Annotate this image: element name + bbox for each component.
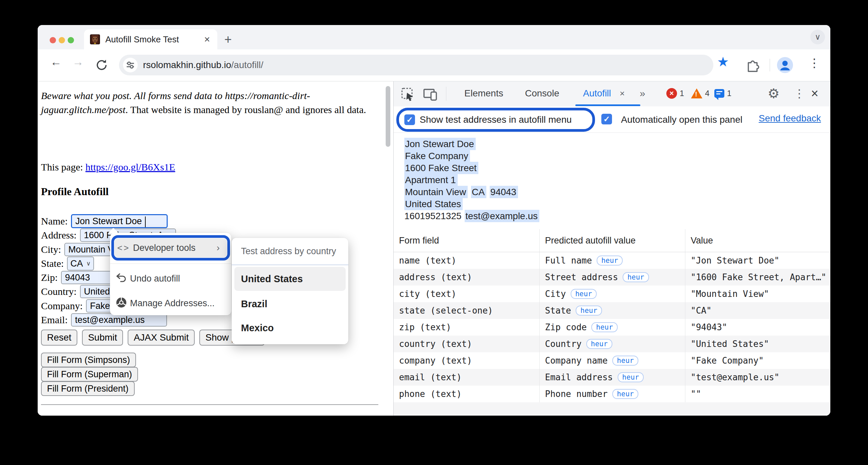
devtools-settings-gear-icon[interactable]: ⚙ xyxy=(768,81,780,106)
submenu-arrow-icon: › xyxy=(217,242,220,253)
cell-value: "" xyxy=(685,386,830,402)
table-row[interactable]: address (text) Street addressheur "1600 … xyxy=(394,269,830,286)
traffic-light-close[interactable] xyxy=(50,37,56,43)
new-tab-button[interactable]: + xyxy=(224,33,232,46)
cell-value: "United States" xyxy=(685,336,830,352)
menu-item-manage-addresses[interactable]: Manage Addresses... xyxy=(110,291,231,316)
page-scrollbar[interactable] xyxy=(383,81,393,416)
table-row[interactable]: country (text) Countryheur "United State… xyxy=(394,336,830,352)
table-row[interactable]: city (text) Cityheur "Mountain View" xyxy=(394,286,830,302)
ajax-submit-button[interactable]: AJAX Submit xyxy=(128,329,195,346)
devtools-close-icon[interactable]: × xyxy=(811,81,818,106)
page-scrollbar-thumb[interactable] xyxy=(386,86,390,147)
cell-value: "test@example.us" xyxy=(685,369,830,386)
name-field[interactable] xyxy=(71,214,168,228)
auto-open-label: Automatically open this panel xyxy=(621,114,742,125)
tab-search-chevron-icon[interactable]: ∨ xyxy=(810,30,825,45)
cell-field: country (text) xyxy=(394,336,540,352)
traffic-light-zoom[interactable] xyxy=(68,37,74,43)
preview-email: test@example.us xyxy=(465,210,539,222)
fill-simpsons-row: Fill Form (Simpsons) xyxy=(41,353,136,367)
cell-field: address (text) xyxy=(394,269,540,286)
menu-item-developer-tools[interactable]: <> Developer tools › xyxy=(114,238,227,258)
inspect-element-icon[interactable] xyxy=(401,87,415,101)
back-icon[interactable]: ← xyxy=(50,55,62,68)
autofill-tab-close-icon[interactable]: × xyxy=(620,81,625,106)
error-badge[interactable]: × 1 xyxy=(666,81,684,106)
traffic-light-minimize[interactable] xyxy=(59,37,65,43)
fill-form-president-button[interactable]: Fill Form (President) xyxy=(41,381,135,396)
forward-icon[interactable]: → xyxy=(72,55,84,68)
zip-label: Zip: xyxy=(41,272,58,283)
cell-field: name (text) xyxy=(394,252,540,269)
issues-icon xyxy=(714,89,724,98)
chrome-logo-icon xyxy=(113,297,130,310)
issues-badge[interactable]: 1 xyxy=(714,81,731,106)
device-toolbar-icon[interactable] xyxy=(423,87,438,101)
warning-exclaim: ! xyxy=(695,90,698,98)
form-buttons-row: Reset Submit AJAX Submit Show pho xyxy=(41,329,265,346)
table-row[interactable]: state (select-one) Stateheur "CA" xyxy=(394,302,830,319)
reload-icon[interactable] xyxy=(95,58,108,72)
short-url-link[interactable]: https://goo.gl/B6Xs1E xyxy=(85,162,175,172)
check-icon: ✓ xyxy=(406,115,413,124)
preview-company: Fake Company xyxy=(404,150,470,162)
tab-favicon xyxy=(90,34,100,45)
more-tabs-icon[interactable]: » xyxy=(640,81,645,106)
tab-autofill[interactable]: Autofill xyxy=(583,81,611,106)
bookmark-star-icon[interactable]: ★ xyxy=(717,54,729,69)
devtools-toolbar: Elements Console Autofill × » × 1 ! 4 1 xyxy=(394,81,830,107)
code-icon: <> xyxy=(114,243,133,253)
profile-avatar[interactable] xyxy=(777,57,793,73)
cell-field: email (text) xyxy=(394,369,540,386)
cell-predicted: Company name xyxy=(545,356,608,366)
submenu-item-united-states[interactable]: United States xyxy=(234,267,346,291)
site-info-icon[interactable] xyxy=(123,58,138,72)
fill-form-superman-button[interactable]: Fill Form (Superman) xyxy=(41,367,138,382)
tab-elements[interactable]: Elements xyxy=(464,81,503,106)
heur-badge: heur xyxy=(586,339,613,349)
devtools-kebab-icon[interactable]: ⋮ xyxy=(794,81,805,106)
show-test-addresses-checkbox[interactable]: ✓ xyxy=(404,114,415,125)
country-label: Country: xyxy=(41,286,77,297)
tab-close-icon[interactable]: × xyxy=(204,34,210,45)
browser-menu-kebab-icon[interactable]: ⋮ xyxy=(808,56,820,70)
state-select[interactable]: CA ∨ xyxy=(67,257,94,270)
page-divider xyxy=(41,404,378,405)
browser-tab[interactable]: Autofill Smoke Test × xyxy=(84,29,217,49)
developer-tools-highlight-ring: <> Developer tools › xyxy=(111,235,230,261)
table-row[interactable]: phone (text) Phone numberheur "" xyxy=(394,386,830,402)
extensions-puzzle-icon[interactable] xyxy=(746,58,760,72)
undo-icon xyxy=(113,273,130,284)
submenu-item-brazil[interactable]: Brazil xyxy=(241,294,267,313)
preview-zip: 94043 xyxy=(490,186,518,198)
submenu-item-mexico[interactable]: Mexico xyxy=(241,319,274,337)
table-row[interactable]: zip (text) Zip codeheur "94043" xyxy=(394,319,830,336)
reset-button[interactable]: Reset xyxy=(41,329,78,346)
show-test-addresses-highlight-ring: ✓ Show test addresses in autofill menu xyxy=(396,108,595,132)
issue-count: 1 xyxy=(727,89,731,98)
submit-button[interactable]: Submit xyxy=(82,329,123,346)
submenu-header: Test address by country xyxy=(241,238,336,264)
name-label: Name: xyxy=(41,215,68,227)
menu-item-undo-autofill[interactable]: Undo autofill xyxy=(110,266,231,291)
heur-badge: heur xyxy=(618,372,644,382)
header-form-field: Form field xyxy=(394,229,540,252)
url-text[interactable]: rsolomakhin.github.io/autofill/ xyxy=(143,60,264,70)
send-feedback-link[interactable]: Send feedback xyxy=(759,113,821,124)
table-row[interactable]: company (text) Company nameheur "Fake Co… xyxy=(394,352,830,369)
table-row[interactable]: name (text) Full nameheur "Jon Stewart D… xyxy=(394,252,830,269)
omnibox[interactable]: rsolomakhin.github.io/autofill/ xyxy=(119,55,713,76)
browser-window: Autofill Smoke Test × + ∨ ← → rsolomakhi… xyxy=(38,25,830,416)
active-tab-underline xyxy=(575,105,640,106)
error-count: 1 xyxy=(680,89,684,98)
warning-badge[interactable]: ! 4 xyxy=(691,81,709,106)
auto-open-checkbox[interactable]: ✓ xyxy=(601,114,612,124)
context-menu-caret xyxy=(108,228,119,233)
fill-form-simpsons-button[interactable]: Fill Form (Simpsons) xyxy=(41,353,136,367)
heur-badge: heur xyxy=(612,389,639,399)
toolbar-divider xyxy=(770,59,770,71)
table-row[interactable]: email (text) Email addressheur "test@exa… xyxy=(394,369,830,386)
tab-console[interactable]: Console xyxy=(525,81,559,106)
preview-street: 1600 Fake Street xyxy=(404,162,478,174)
